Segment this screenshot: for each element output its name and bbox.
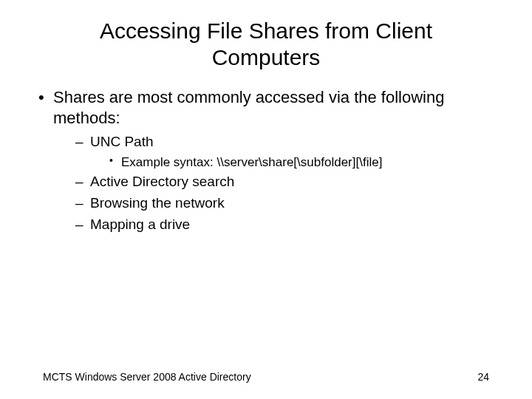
list-item: Active Directory search xyxy=(74,172,498,192)
slide: Accessing File Shares from Client Comput… xyxy=(0,0,532,399)
list-item: Browsing the network xyxy=(74,194,498,214)
footer-left: MCTS Windows Server 2008 Active Director… xyxy=(43,371,251,383)
bullet-list-level3: Example syntax: \\server\share[\subfolde… xyxy=(108,154,498,171)
bullet-text: Example syntax: \\server\share[\subfolde… xyxy=(121,155,382,169)
list-item: Shares are most commonly accessed via th… xyxy=(34,87,498,234)
list-item: Mapping a drive xyxy=(74,215,498,235)
bullet-text: Active Directory search xyxy=(90,174,234,189)
bullet-text: Browsing the network xyxy=(90,195,225,211)
bullet-text: Mapping a drive xyxy=(90,216,190,232)
slide-title: Accessing File Shares from Client Comput… xyxy=(52,18,480,71)
slide-footer: MCTS Windows Server 2008 Active Director… xyxy=(0,371,532,383)
page-number: 24 xyxy=(477,371,489,383)
list-item: Example syntax: \\server\share[\subfolde… xyxy=(108,154,498,171)
bullet-list-level2: UNC Path Example syntax: \\server\share[… xyxy=(74,132,498,234)
bullet-text: UNC Path xyxy=(90,134,154,149)
list-item: UNC Path Example syntax: \\server\share[… xyxy=(74,132,498,171)
bullet-text: Shares are most commonly accessed via th… xyxy=(53,88,444,127)
bullet-list-level1: Shares are most commonly accessed via th… xyxy=(34,87,498,234)
